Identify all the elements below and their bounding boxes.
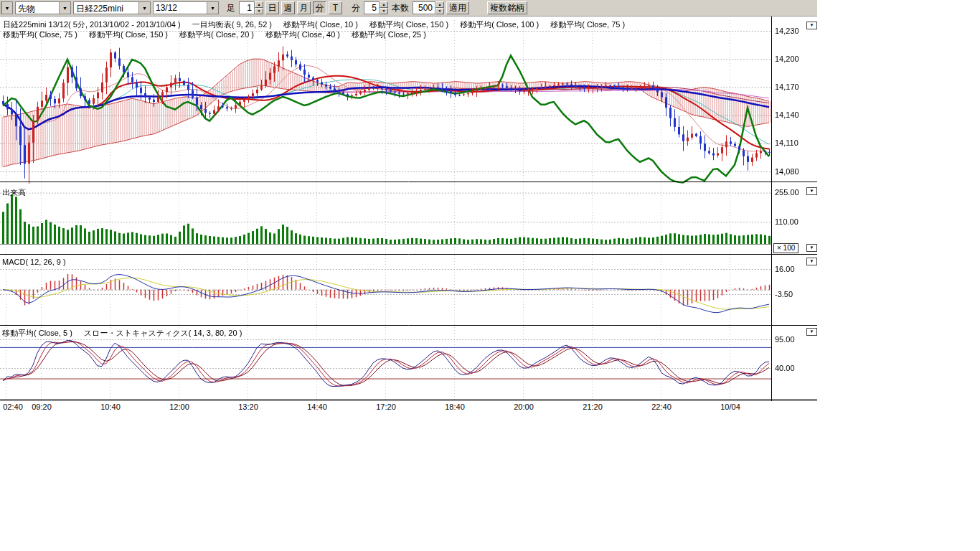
bar-interval-spinner[interactable]: 1 ▲ ▼ (239, 1, 263, 14)
spin-down-icon[interactable]: ▼ (435, 8, 444, 14)
spin-up-icon[interactable]: ▲ (255, 1, 263, 8)
time-axis-label: 22:40 (649, 402, 674, 411)
count-label: 本数 (390, 2, 410, 14)
time-axis-label: 14:40 (304, 402, 330, 411)
dropdown-arrow-icon[interactable]: ▼ (138, 2, 150, 14)
time-axis-label: 09:20 (29, 402, 55, 411)
market-select-value: 先物 (16, 2, 59, 14)
left-dropdown-button[interactable]: ▼ (1, 1, 13, 14)
time-axis-label: 20:00 (511, 402, 537, 411)
count-value: 500 (413, 1, 435, 14)
charting-application: ▼ 先物 ▼ 日経225mini ▼ 13/12 ▼ 足 1 ▲ ▼ 日 週 月… (0, 0, 980, 551)
bar-interval-value: 1 (239, 1, 255, 14)
stoch-panel-menu-button[interactable]: ▼ (806, 328, 817, 336)
time-axis-label: 10:40 (98, 402, 123, 411)
period-tick-button[interactable]: T (329, 1, 342, 14)
time-axis-label: 02:40 (0, 402, 26, 411)
spin-up-icon[interactable]: ▲ (435, 1, 444, 8)
dropdown-arrow-icon[interactable]: ▼ (59, 2, 70, 14)
period-month-button[interactable]: 月 (297, 1, 311, 14)
contract-select[interactable]: 13/12 ▼ (153, 1, 219, 14)
minute-spinner[interactable]: 5 ▲ ▼ (364, 1, 388, 14)
count-spinner[interactable]: 500 ▲ ▼ (413, 1, 444, 14)
macd-panel-menu-button[interactable]: ▼ (806, 258, 817, 265)
time-axis-label: 18:40 (442, 402, 468, 411)
chart-area: 日経225mini 13/12( 5分, 2013/10/02 - 2013/1… (0, 17, 817, 415)
period-week-button[interactable]: 週 (281, 1, 295, 14)
time-axis-label: 13:20 (235, 402, 261, 411)
minute-label: 分 (350, 2, 362, 14)
time-axis-label: 21:20 (580, 402, 606, 411)
symbol-select-value: 日経225mini (74, 2, 138, 14)
volume-scale-menu-button[interactable]: ▼ (806, 244, 817, 252)
period-day-button[interactable]: 日 (265, 1, 279, 14)
dropdown-arrow-icon: ▼ (1, 2, 12, 14)
spin-down-icon[interactable]: ▼ (380, 8, 388, 14)
contract-select-value: 13/12 (154, 2, 207, 14)
symbol-select[interactable]: 日経225mini ▼ (73, 1, 151, 14)
time-axis-label: 12:00 (166, 402, 192, 411)
volume-panel-menu-button[interactable]: ▼ (806, 187, 817, 195)
multi-symbol-button[interactable]: 複数銘柄 (487, 1, 527, 14)
bar-label: 足 (225, 2, 237, 14)
spin-down-icon[interactable]: ▼ (255, 8, 263, 14)
time-axis-label: 10/04 (717, 402, 743, 411)
apply-button[interactable]: 適用 (446, 1, 469, 14)
toolbar: ▼ 先物 ▼ 日経225mini ▼ 13/12 ▼ 足 1 ▲ ▼ 日 週 月… (0, 0, 817, 17)
price-chart-canvas[interactable] (0, 17, 817, 402)
period-minute-button[interactable]: 分 (313, 1, 326, 14)
market-select[interactable]: 先物 ▼ (15, 1, 71, 14)
time-axis-label: 17:20 (373, 402, 399, 411)
spin-up-icon[interactable]: ▲ (380, 1, 388, 8)
minute-value: 5 (364, 1, 380, 14)
volume-multiplier-badge: × 100 (773, 243, 798, 253)
price-panel-menu-button[interactable]: ▼ (806, 22, 817, 29)
dropdown-arrow-icon[interactable]: ▼ (207, 2, 218, 14)
